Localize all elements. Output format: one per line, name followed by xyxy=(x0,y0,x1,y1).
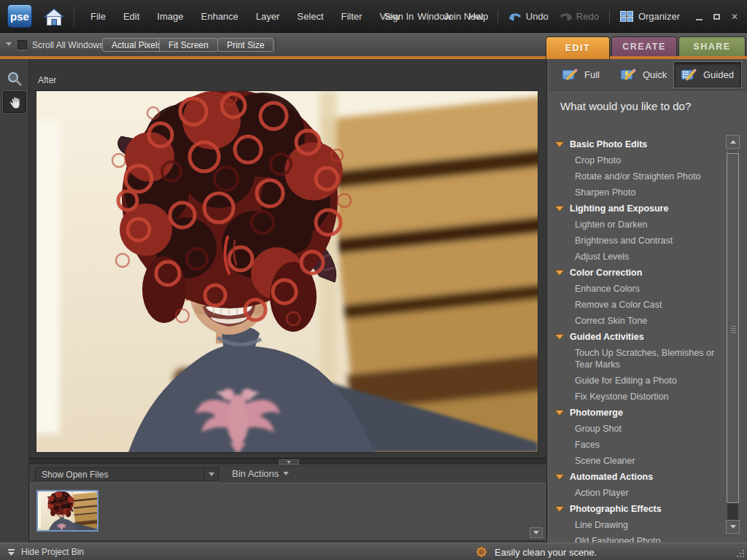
zoom-tool[interactable] xyxy=(3,68,26,90)
tab-edit[interactable]: EDIT xyxy=(546,36,610,59)
menu-enhance[interactable]: Enhance xyxy=(193,11,247,22)
project-bin-controls: Show Open Files Bin Actions xyxy=(29,466,546,483)
home-button[interactable] xyxy=(41,5,67,28)
photo-after-view[interactable] xyxy=(36,91,538,452)
scrollbar-thumb[interactable] xyxy=(727,153,739,503)
toolbar-separator xyxy=(274,36,275,54)
guided-item[interactable]: Guide for Editing a Photo xyxy=(554,373,724,389)
guided-item[interactable]: Faces xyxy=(554,437,724,453)
menubar-right-cluster: Sign In Join Now Undo Redo xyxy=(380,0,680,33)
collapse-bin-icon xyxy=(7,548,15,556)
tab-share[interactable]: SHARE xyxy=(678,36,746,56)
close-button[interactable]: ✕ xyxy=(731,12,738,21)
guided-list: Basic Photo EditsCrop PhotoRotate and/or… xyxy=(554,136,724,549)
menubar: pse FileEditImageEnhanceLayerSelectFilte… xyxy=(0,0,747,33)
hide-project-bin-button[interactable]: Hide Project Bin xyxy=(7,543,84,560)
edit-mode-row: Full Quick xyxy=(549,59,747,90)
scrollbar-grip xyxy=(731,326,736,335)
full-edit-icon xyxy=(562,68,579,82)
menu-filter[interactable]: Filter xyxy=(333,11,371,22)
statusbar: Hide Project Bin Easily clean your scene… xyxy=(0,542,747,560)
hand-tool[interactable] xyxy=(3,91,26,113)
scrollbar-down-button[interactable] xyxy=(726,520,740,534)
menu-edit[interactable]: Edit xyxy=(115,11,148,22)
guided-section-header[interactable]: Basic Photo Edits xyxy=(554,136,724,152)
mode-quick-button[interactable]: Quick xyxy=(614,62,673,88)
tool-options-dropdown-icon[interactable] xyxy=(6,42,12,46)
guided-item[interactable]: Touch Up Scratches, Blemishes or Tear Ma… xyxy=(554,345,724,373)
organizer-button[interactable]: Organizer xyxy=(620,11,680,22)
chevron-down-icon xyxy=(283,472,289,475)
redo-button[interactable]: Redo xyxy=(559,11,599,22)
guided-section-header[interactable]: Lighting and Exposure xyxy=(554,201,724,217)
quick-edit-icon xyxy=(620,68,638,82)
guided-item[interactable]: Sharpen Photo xyxy=(554,184,724,201)
guided-section-header[interactable]: Guided Activities xyxy=(554,329,724,345)
chevron-down-icon xyxy=(209,472,214,476)
scroll-all-windows-label: Scroll All Windows xyxy=(32,40,104,50)
guided-item[interactable]: Rotate and/or Straighten Photo xyxy=(554,168,724,184)
join-now-link[interactable]: Join Now xyxy=(439,11,487,22)
show-open-files-dropdown[interactable]: Show Open Files xyxy=(35,467,219,481)
guided-item[interactable]: Correct Skin Tone xyxy=(554,313,724,329)
project-bin xyxy=(30,483,546,541)
organizer-icon xyxy=(620,11,633,22)
view-label: After xyxy=(38,75,56,85)
panel-title: What would you like to do? xyxy=(560,100,691,112)
status-tip: Easily clean your scene. xyxy=(476,543,597,560)
fit-screen-button[interactable]: Fit Screen xyxy=(159,38,218,52)
section-collapse-icon xyxy=(554,473,565,481)
section-collapse-icon xyxy=(554,409,565,416)
workspace: After xyxy=(0,59,546,542)
section-collapse-icon xyxy=(554,333,565,341)
guided-section-header[interactable]: Color Correction xyxy=(554,265,724,281)
guided-item[interactable]: Enhance Colors xyxy=(554,281,724,297)
mode-guided-button[interactable]: Guided xyxy=(674,62,741,88)
menu-layer[interactable]: Layer xyxy=(247,11,289,22)
guided-item[interactable]: Group Shot xyxy=(554,421,724,437)
mode-full-button[interactable]: Full xyxy=(556,62,605,88)
bin-scroll-down-button[interactable] xyxy=(530,527,543,538)
menu-file[interactable]: File xyxy=(82,11,115,22)
separator xyxy=(498,10,498,23)
section-collapse-icon xyxy=(554,505,565,513)
scrollbar-up-button[interactable] xyxy=(726,135,740,149)
print-size-button[interactable]: Print Size xyxy=(217,38,274,52)
options-toolbar: Scroll All Windows Actual Pixels Fit Scr… xyxy=(0,33,747,59)
minimize-button[interactable] xyxy=(696,19,703,20)
bin-actions-menu[interactable]: Bin Actions xyxy=(232,468,289,479)
guided-section-header[interactable]: Photomerge xyxy=(554,405,724,421)
menubar-separator xyxy=(74,7,74,26)
guided-item[interactable]: Scene Cleaner xyxy=(554,453,724,469)
resize-grip[interactable] xyxy=(737,550,745,558)
menu-image[interactable]: Image xyxy=(148,11,192,22)
separator xyxy=(609,10,610,23)
guided-item[interactable]: Fix Keystone Distortion xyxy=(554,389,724,405)
tool-strip xyxy=(0,59,29,542)
guided-section-header[interactable]: Automated Actions xyxy=(554,469,724,485)
guided-item[interactable]: Remove a Color Cast xyxy=(554,297,724,313)
guided-item[interactable]: Brightness and Contrast xyxy=(554,233,724,249)
guided-item[interactable]: Adjust Levels xyxy=(554,249,724,265)
tab-create[interactable]: CREATE xyxy=(611,36,677,56)
tip-flower-icon xyxy=(476,546,487,558)
undo-button[interactable]: Undo xyxy=(508,11,549,22)
pse-logo[interactable]: pse xyxy=(7,4,32,28)
guided-item[interactable]: Line Drawing xyxy=(554,517,724,533)
scrollbar-track-lower[interactable] xyxy=(727,503,738,520)
separator xyxy=(428,10,429,23)
guided-section-header[interactable]: Photographic Effects xyxy=(554,501,724,517)
undo-icon xyxy=(508,12,522,22)
menu-select[interactable]: Select xyxy=(288,11,332,22)
scroll-all-windows-checkbox[interactable] xyxy=(18,40,27,50)
guided-item[interactable]: Action Player xyxy=(554,485,724,501)
window-controls: ✕ xyxy=(696,0,738,33)
open-file-thumbnail[interactable] xyxy=(36,490,98,532)
sign-in-link[interactable]: Sign In xyxy=(380,11,418,22)
maximize-button[interactable] xyxy=(713,14,720,20)
section-collapse-icon xyxy=(554,205,565,212)
guided-item[interactable]: Crop Photo xyxy=(554,152,724,168)
bin-splitter[interactable] xyxy=(29,458,546,465)
bin-splitter-handle[interactable] xyxy=(279,459,299,464)
guided-item[interactable]: Lighten or Darken xyxy=(554,217,724,233)
